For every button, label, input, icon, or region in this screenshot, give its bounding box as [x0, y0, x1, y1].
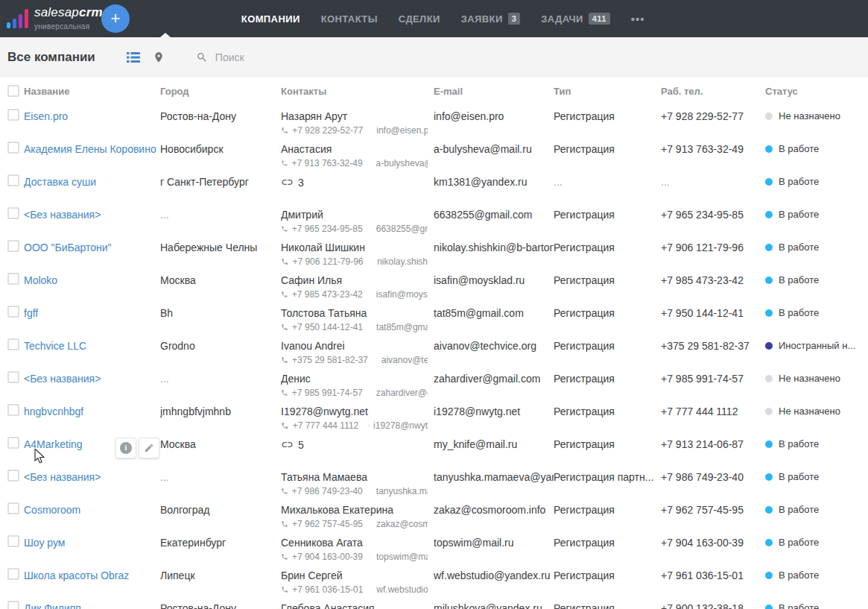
table-row[interactable]: ООО "БиБартони" Набережные Челны Николай…: [0, 236, 868, 268]
type-cell: Регистрация: [554, 203, 661, 221]
work-phone-cell: +7 986 749-23-40: [661, 465, 765, 483]
company-name-link[interactable]: Доставка суши: [24, 176, 96, 188]
more-menu-icon[interactable]: •••: [631, 13, 645, 25]
table-row[interactable]: Дик Филипп Ростов-на-Дону Глебова Анаста…: [0, 596, 868, 609]
edit-button[interactable]: [139, 438, 159, 452]
table-row[interactable]: <Без названия> ... Татьяна Мамаева +7 98…: [0, 465, 868, 498]
phone-icon: [281, 126, 288, 135]
company-name-link[interactable]: <Без названия>: [24, 471, 101, 483]
contact-name: Михалькова Екатерина: [281, 504, 393, 516]
tab-contacts[interactable]: КОНТАКТЫ: [321, 13, 378, 25]
email-cell: aivanov@techvice.org: [434, 334, 554, 352]
contact-person: Сафин Илья +7 985 473-23-42 isafin@moysk: [281, 274, 428, 300]
row-checkbox[interactable]: [7, 437, 19, 449]
row-checkbox[interactable]: [7, 142, 19, 154]
search-input[interactable]: [215, 51, 379, 63]
company-name-link[interactable]: Шоу рум: [24, 537, 65, 549]
table-row[interactable]: <Без названия> ... Дмитрий +7 965 234-95…: [0, 203, 868, 236]
row-checkbox[interactable]: [7, 273, 19, 285]
row-checkbox[interactable]: [7, 109, 19, 121]
table-row[interactable]: fgff Bh Толстова Татьяна +7 950 144-12-4…: [0, 301, 868, 334]
row-checkbox[interactable]: [7, 240, 19, 252]
status-label: В работе: [779, 274, 819, 285]
row-checkbox[interactable]: [7, 568, 19, 580]
email-cell: info@eisen.pro: [434, 104, 554, 122]
contact-phone: +7 965 234-95-85: [292, 224, 363, 234]
contact-phone: +7 985 473-23-42: [292, 289, 363, 300]
company-name-link[interactable]: Techvice LLC: [24, 340, 86, 352]
add-button[interactable]: +: [101, 4, 130, 33]
status-dot: [765, 408, 773, 415]
table-row[interactable]: Школа красоты Obraz Липецк Брин Сергей +…: [0, 564, 868, 596]
contacts-cell: Назарян Арут +7 928 229-52-77 info@eisen…: [281, 104, 434, 136]
tab-deals[interactable]: СДЕЛКИ: [399, 13, 440, 25]
contact-email: topswim@ma: [376, 552, 428, 562]
type-cell: Регистрация: [554, 268, 661, 286]
logo-subtitle: универсальная: [34, 22, 89, 31]
table-row[interactable]: Доставка суши г Санкт-Петербург 3 km1381…: [0, 170, 868, 203]
table-row[interactable]: Академия Елены Коровиной Новосибирск Ана…: [0, 137, 868, 170]
contact-person: Денис +7 985 991-74-57 zahardiver@g: [281, 373, 428, 398]
company-name-link[interactable]: Академия Елены Коровиной: [24, 143, 156, 155]
contact-phone: +7 962 757-45-95: [292, 519, 363, 529]
row-checkbox[interactable]: [7, 207, 19, 219]
row-checkbox[interactable]: [7, 502, 19, 514]
status-label: Не назначено: [779, 373, 840, 384]
status-cell: В работе: [765, 596, 868, 609]
table-row[interactable]: hngbvcnhbgf jmhngbfvjmhnb I19278@nwytg.n…: [0, 400, 868, 432]
status-dot: [765, 539, 773, 546]
contacts-cell: Брин Сергей +7 961 036-15-01 wf.webstudi…: [281, 564, 434, 595]
row-checkbox[interactable]: [7, 338, 19, 350]
table-row[interactable]: Techvice LLC Grodno Ivanou Andrei +375 2…: [0, 334, 868, 367]
status-dot: [765, 244, 773, 251]
row-checkbox[interactable]: [7, 601, 19, 609]
row-checkbox[interactable]: [7, 371, 19, 383]
table-row[interactable]: Шоу рум Екатеринбург Сенникова Агата +7 …: [0, 531, 868, 564]
status-cell: В работе: [765, 203, 868, 220]
contact-name: Дмитрий: [281, 209, 323, 221]
status-cell: В работе: [765, 531, 868, 548]
company-name-link[interactable]: ООО "БиБартони": [24, 242, 112, 253]
tab-requests[interactable]: ЗАЯВКИ3: [461, 13, 520, 25]
row-checkbox[interactable]: [7, 404, 19, 416]
contact-phone: +7 985 991-74-57: [292, 388, 363, 398]
company-name-link[interactable]: hngbvcnhbgf: [24, 406, 83, 417]
row-checkbox[interactable]: [7, 306, 19, 318]
status-cell: В работе: [765, 465, 868, 482]
company-name-link[interactable]: Дик Филипп: [24, 602, 81, 609]
info-button[interactable]: i: [115, 438, 136, 452]
company-name-link[interactable]: A4Marketing: [24, 438, 83, 450]
status-cell: Не назначено: [765, 367, 868, 384]
row-checkbox[interactable]: [7, 174, 19, 186]
status-cell: В работе: [765, 170, 868, 187]
company-name-link[interactable]: Moloko: [24, 274, 57, 286]
contact-email: tanyushka.ma: [376, 486, 428, 496]
company-name-link[interactable]: Школа красоты Obraz: [24, 569, 129, 581]
type-cell: Регистрация: [554, 400, 661, 417]
list-view-icon[interactable]: [127, 51, 140, 63]
company-name-link[interactable]: <Без названия>: [24, 209, 101, 221]
contact-name: Татьяна Мамаева: [281, 471, 367, 483]
tab-companies[interactable]: КОМПАНИИ: [241, 13, 300, 25]
table-row[interactable]: Cosmoroom Волгоград Михалькова Екатерина…: [0, 498, 868, 531]
company-name-link[interactable]: fgff: [24, 307, 38, 319]
company-name-link[interactable]: <Без названия>: [24, 373, 101, 385]
select-all-checkbox[interactable]: [7, 85, 19, 97]
map-view-icon[interactable]: [153, 50, 165, 65]
work-phone-cell: +7 985 473-23-42: [661, 268, 765, 286]
work-phone-cell: +7 950 144-12-41: [661, 301, 765, 319]
row-checkbox[interactable]: [7, 535, 19, 547]
chain-link-icon: [281, 438, 294, 451]
contact-phone: +7 950 144-12-41: [292, 322, 363, 332]
table-row[interactable]: <Без названия> ... Денис +7 985 991-74-5…: [0, 367, 868, 400]
contact-link-count: 5: [281, 438, 428, 451]
contact-subline: +7 950 144-12-41 tat85m@gma: [281, 322, 428, 332]
table-row[interactable]: Eisen.pro Ростов-на-Дону Назарян Арут +7…: [0, 104, 868, 137]
company-name-link[interactable]: Cosmoroom: [24, 504, 80, 516]
table-row[interactable]: A4Marketing i Москва 5 my_knife@mail.ru …: [0, 432, 868, 465]
table-row[interactable]: Moloko Москва Сафин Илья +7 985 473-23-4…: [0, 268, 868, 301]
tab-tasks[interactable]: ЗАДАЧИ411: [541, 13, 610, 25]
row-checkbox[interactable]: [7, 470, 19, 482]
company-name-link[interactable]: Eisen.pro: [24, 110, 68, 122]
email-cell: wf.webstudio@yandex.ru: [434, 564, 554, 581]
